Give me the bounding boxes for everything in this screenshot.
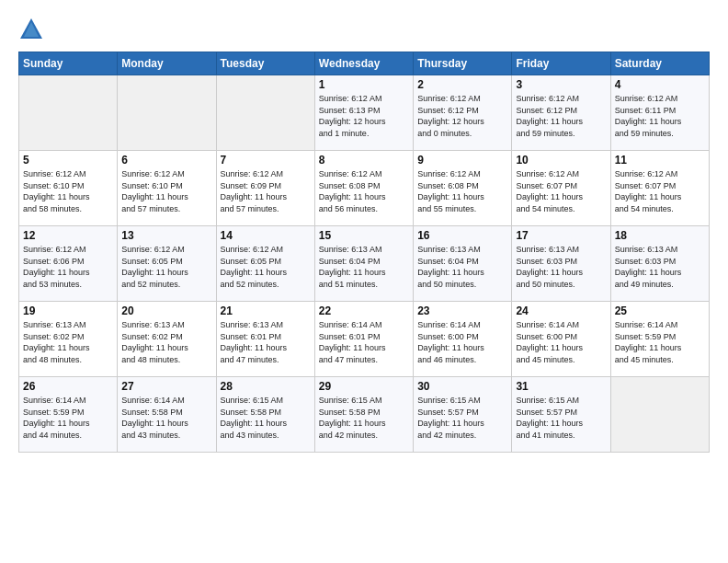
day-cell: 4Sunrise: 6:12 AM Sunset: 6:11 PM Daylig… [610,75,709,151]
weekday-header-thursday: Thursday [414,52,512,75]
day-info: Sunrise: 6:14 AM Sunset: 5:59 PM Dayligh… [23,395,113,441]
day-cell: 9Sunrise: 6:12 AM Sunset: 6:08 PM Daylig… [414,151,512,226]
day-info: Sunrise: 6:15 AM Sunset: 5:57 PM Dayligh… [516,395,606,441]
day-cell: 8Sunrise: 6:12 AM Sunset: 6:08 PM Daylig… [314,151,413,226]
day-cell: 30Sunrise: 6:15 AM Sunset: 5:57 PM Dayli… [414,377,512,453]
header [18,17,710,42]
day-info: Sunrise: 6:15 AM Sunset: 5:58 PM Dayligh… [221,395,311,441]
day-number: 30 [417,380,507,393]
day-cell: 14Sunrise: 6:12 AM Sunset: 6:05 PM Dayli… [216,226,314,302]
day-cell: 24Sunrise: 6:14 AM Sunset: 6:00 PM Dayli… [512,302,610,377]
day-info: Sunrise: 6:13 AM Sunset: 6:03 PM Dayligh… [516,244,606,290]
weekday-header-tuesday: Tuesday [216,52,314,75]
day-info: Sunrise: 6:12 AM Sunset: 6:09 PM Dayligh… [221,168,311,214]
day-cell [610,377,709,453]
day-info: Sunrise: 6:13 AM Sunset: 6:04 PM Dayligh… [417,244,507,290]
day-info: Sunrise: 6:14 AM Sunset: 6:01 PM Dayligh… [319,319,409,365]
day-cell: 13Sunrise: 6:12 AM Sunset: 6:05 PM Dayli… [118,226,216,302]
day-info: Sunrise: 6:14 AM Sunset: 6:00 PM Dayligh… [417,319,507,365]
weekday-header-saturday: Saturday [610,52,709,75]
day-cell: 27Sunrise: 6:14 AM Sunset: 5:58 PM Dayli… [118,377,216,453]
day-number: 2 [417,78,507,91]
day-cell: 21Sunrise: 6:13 AM Sunset: 6:01 PM Dayli… [216,302,314,377]
day-info: Sunrise: 6:13 AM Sunset: 6:02 PM Dayligh… [23,319,113,365]
weekday-header-sunday: Sunday [19,52,118,75]
day-number: 10 [516,154,606,167]
day-info: Sunrise: 6:15 AM Sunset: 5:57 PM Dayligh… [417,395,507,441]
calendar-body: 1Sunrise: 6:12 AM Sunset: 6:13 PM Daylig… [19,75,710,453]
day-cell: 23Sunrise: 6:14 AM Sunset: 6:00 PM Dayli… [414,302,512,377]
day-cell: 10Sunrise: 6:12 AM Sunset: 6:07 PM Dayli… [512,151,610,226]
day-cell: 19Sunrise: 6:13 AM Sunset: 6:02 PM Dayli… [19,302,118,377]
day-cell: 6Sunrise: 6:12 AM Sunset: 6:10 PM Daylig… [118,151,216,226]
day-cell: 31Sunrise: 6:15 AM Sunset: 5:57 PM Dayli… [512,377,610,453]
weekday-header-monday: Monday [118,52,216,75]
day-info: Sunrise: 6:15 AM Sunset: 5:58 PM Dayligh… [319,395,409,441]
day-cell: 18Sunrise: 6:13 AM Sunset: 6:03 PM Dayli… [610,226,709,302]
day-cell: 12Sunrise: 6:12 AM Sunset: 6:06 PM Dayli… [19,226,118,302]
day-number: 26 [23,380,113,393]
day-cell: 2Sunrise: 6:12 AM Sunset: 6:12 PM Daylig… [414,75,512,151]
day-number: 16 [417,229,507,242]
day-info: Sunrise: 6:13 AM Sunset: 6:01 PM Dayligh… [221,319,311,365]
day-info: Sunrise: 6:12 AM Sunset: 6:06 PM Dayligh… [23,244,113,290]
day-number: 27 [121,380,211,393]
day-cell: 15Sunrise: 6:13 AM Sunset: 6:04 PM Dayli… [314,226,413,302]
day-number: 17 [516,229,606,242]
day-number: 25 [615,304,705,317]
week-row-4: 26Sunrise: 6:14 AM Sunset: 5:59 PM Dayli… [19,377,710,453]
day-info: Sunrise: 6:14 AM Sunset: 5:59 PM Dayligh… [615,319,705,365]
day-cell: 11Sunrise: 6:12 AM Sunset: 6:07 PM Dayli… [610,151,709,226]
day-number: 4 [615,78,705,91]
day-info: Sunrise: 6:12 AM Sunset: 6:12 PM Dayligh… [516,93,606,139]
day-number: 15 [319,229,409,242]
day-cell: 25Sunrise: 6:14 AM Sunset: 5:59 PM Dayli… [610,302,709,377]
day-cell: 5Sunrise: 6:12 AM Sunset: 6:10 PM Daylig… [19,151,118,226]
week-row-3: 19Sunrise: 6:13 AM Sunset: 6:02 PM Dayli… [19,302,710,377]
day-info: Sunrise: 6:12 AM Sunset: 6:07 PM Dayligh… [615,168,705,214]
day-info: Sunrise: 6:13 AM Sunset: 6:04 PM Dayligh… [319,244,409,290]
day-number: 18 [615,229,705,242]
logo-icon [18,17,44,42]
day-cell: 22Sunrise: 6:14 AM Sunset: 6:01 PM Dayli… [314,302,413,377]
day-info: Sunrise: 6:12 AM Sunset: 6:05 PM Dayligh… [221,244,311,290]
day-number: 9 [417,154,507,167]
day-number: 7 [221,154,311,167]
day-cell: 1Sunrise: 6:12 AM Sunset: 6:13 PM Daylig… [314,75,413,151]
day-info: Sunrise: 6:12 AM Sunset: 6:08 PM Dayligh… [319,168,409,214]
day-info: Sunrise: 6:12 AM Sunset: 6:10 PM Dayligh… [23,168,113,214]
day-number: 12 [23,229,113,242]
day-info: Sunrise: 6:12 AM Sunset: 6:10 PM Dayligh… [121,168,211,214]
calendar: SundayMondayTuesdayWednesdayThursdayFrid… [18,52,710,453]
day-number: 23 [417,304,507,317]
day-number: 3 [516,78,606,91]
day-number: 28 [221,380,311,393]
day-cell: 20Sunrise: 6:13 AM Sunset: 6:02 PM Dayli… [118,302,216,377]
day-cell [19,75,118,151]
day-info: Sunrise: 6:13 AM Sunset: 6:03 PM Dayligh… [615,244,705,290]
day-number: 19 [23,304,113,317]
day-cell: 28Sunrise: 6:15 AM Sunset: 5:58 PM Dayli… [216,377,314,453]
day-info: Sunrise: 6:12 AM Sunset: 6:12 PM Dayligh… [417,93,507,139]
day-info: Sunrise: 6:12 AM Sunset: 6:08 PM Dayligh… [417,168,507,214]
day-cell [118,75,216,151]
day-info: Sunrise: 6:14 AM Sunset: 6:00 PM Dayligh… [516,319,606,365]
day-number: 14 [221,229,311,242]
day-cell: 29Sunrise: 6:15 AM Sunset: 5:58 PM Dayli… [314,377,413,453]
day-cell: 26Sunrise: 6:14 AM Sunset: 5:59 PM Dayli… [19,377,118,453]
day-cell: 7Sunrise: 6:12 AM Sunset: 6:09 PM Daylig… [216,151,314,226]
day-number: 24 [516,304,606,317]
day-number: 31 [516,380,606,393]
day-number: 8 [319,154,409,167]
logo [18,17,48,42]
day-cell: 17Sunrise: 6:13 AM Sunset: 6:03 PM Dayli… [512,226,610,302]
calendar-header: SundayMondayTuesdayWednesdayThursdayFrid… [19,52,710,75]
day-number: 22 [319,304,409,317]
day-cell: 3Sunrise: 6:12 AM Sunset: 6:12 PM Daylig… [512,75,610,151]
weekday-row: SundayMondayTuesdayWednesdayThursdayFrid… [19,52,710,75]
day-info: Sunrise: 6:12 AM Sunset: 6:11 PM Dayligh… [615,93,705,139]
day-number: 1 [319,78,409,91]
day-cell: 16Sunrise: 6:13 AM Sunset: 6:04 PM Dayli… [414,226,512,302]
week-row-0: 1Sunrise: 6:12 AM Sunset: 6:13 PM Daylig… [19,75,710,151]
day-info: Sunrise: 6:14 AM Sunset: 5:58 PM Dayligh… [121,395,211,441]
